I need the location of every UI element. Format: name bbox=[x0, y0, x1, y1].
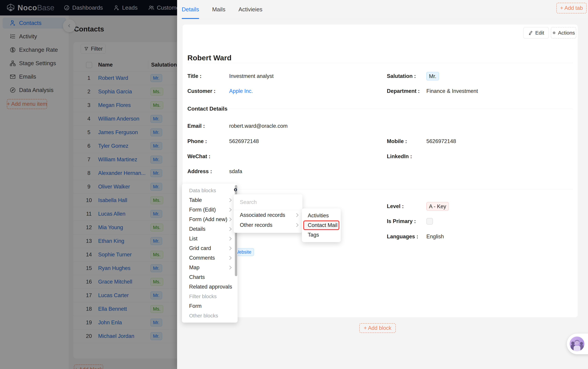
section-divider-contact-details bbox=[229, 109, 573, 109]
submenu-chevron-icon bbox=[228, 227, 232, 231]
submenu-chevron-icon bbox=[228, 246, 232, 250]
add-tab-button[interactable]: + Add tab bbox=[556, 3, 587, 13]
menu-item-label: Form bbox=[189, 303, 202, 309]
field-value[interactable]: Apple Inc. bbox=[229, 88, 253, 94]
add-block-menu-item[interactable]: Related approvals bbox=[182, 282, 238, 292]
field-label: Is Primary : bbox=[387, 218, 416, 224]
add-block-menu-item[interactable]: Form bbox=[182, 301, 238, 311]
submenu-item[interactable]: Other records bbox=[234, 220, 303, 230]
field-value[interactable] bbox=[426, 218, 433, 225]
submenu-chevron-icon bbox=[228, 217, 232, 221]
field-value: sdafa bbox=[229, 168, 242, 174]
record-option-label: Tags bbox=[308, 232, 319, 238]
field-value: robert.ward@oracle.com bbox=[229, 123, 288, 129]
submenu-chevron-icon bbox=[295, 223, 299, 227]
title-divider bbox=[187, 63, 573, 63]
gear-icon bbox=[552, 30, 556, 36]
menu-item-label: Other blocks bbox=[189, 313, 218, 319]
submenu-chevron-icon bbox=[228, 237, 232, 241]
drawer-tab[interactable]: Details bbox=[182, 0, 199, 19]
drawer-tab[interactable]: Mails bbox=[212, 0, 225, 19]
record-title: Robert Ward bbox=[187, 53, 231, 62]
field-label: Phone : bbox=[187, 138, 207, 144]
avatar-people-icon bbox=[570, 337, 584, 351]
record-option[interactable]: Activities bbox=[302, 211, 341, 220]
add-block-menu-item[interactable]: Details bbox=[182, 224, 238, 234]
assistant-avatar-widget[interactable] bbox=[567, 334, 588, 354]
menu-item-label: Related approvals bbox=[189, 284, 232, 290]
field-label: Address : bbox=[187, 168, 212, 174]
field-label: Customer : bbox=[187, 88, 216, 94]
menu-item-label: Charts bbox=[189, 274, 205, 280]
add-block-menu-item[interactable]: List bbox=[182, 234, 238, 244]
add-block-menu-item[interactable]: Form (Add new) bbox=[182, 215, 238, 224]
add-block-menu-item[interactable]: Comments bbox=[182, 253, 238, 263]
drawer-mask-overlay[interactable] bbox=[0, 0, 177, 369]
drawer-tab[interactable]: Activieies bbox=[238, 0, 262, 19]
field-label: Salutation : bbox=[387, 73, 416, 79]
add-block-menu-item[interactable]: Charts bbox=[182, 272, 238, 282]
add-block-menu-item[interactable]: Grid card bbox=[182, 244, 238, 253]
field-label: LinkedIn : bbox=[387, 153, 412, 160]
add-block-menu-item[interactable]: Other blocks bbox=[182, 311, 238, 320]
menu-item-label: List bbox=[189, 236, 197, 242]
menu-item-label: Table bbox=[189, 197, 202, 203]
actions-button-label: Actions bbox=[558, 30, 575, 36]
add-block-menu: Data blocks Table Form (Edit) Form (Add … bbox=[182, 184, 238, 323]
add-block-menu-item[interactable]: Table bbox=[182, 195, 238, 205]
add-block-menu-item[interactable]: Data blocks bbox=[182, 186, 238, 195]
field-value: Investment analyst bbox=[229, 73, 274, 79]
record-option-label: Activities bbox=[308, 213, 329, 219]
submenu-chevron-icon bbox=[228, 208, 232, 212]
edit-button-label: Edit bbox=[535, 30, 544, 36]
field-value: English bbox=[426, 234, 444, 240]
field-value: 5626972148 bbox=[426, 138, 456, 144]
submenu-chevron-icon bbox=[228, 198, 232, 202]
menu-item-label: Map bbox=[189, 265, 199, 271]
menu-item-label: Form (Add new) bbox=[189, 216, 227, 223]
menu-item-label: Form (Edit) bbox=[189, 207, 216, 213]
submenu-item[interactable]: Associated records bbox=[234, 210, 303, 220]
field-value: Finance & Investment bbox=[426, 88, 478, 94]
drawer-tab-bar: Details Mails Activieies + Add tab bbox=[177, 0, 588, 19]
submenu-item-label: Other records bbox=[240, 222, 273, 228]
field-label: WeChat : bbox=[187, 153, 211, 160]
pencil-icon bbox=[528, 30, 533, 35]
menu-item-label: Details bbox=[189, 226, 205, 232]
edit-button[interactable]: Edit bbox=[523, 27, 549, 39]
details-submenu: Search Associated records Other records bbox=[234, 194, 303, 233]
drawer-add-block-button[interactable]: + Add block bbox=[359, 323, 396, 333]
field-label: Department : bbox=[387, 88, 420, 94]
other-records-submenu: Activities Contact Mail Tags bbox=[302, 208, 341, 242]
actions-button[interactable]: Actions bbox=[551, 27, 576, 39]
field-label: Level : bbox=[387, 203, 404, 209]
nocobase-app: NocoBase Dashboards Leads Customers Co bbox=[0, 0, 588, 369]
drawer-tabs: Details Mails Activieies bbox=[182, 0, 262, 19]
menu-item-label: Grid card bbox=[189, 245, 211, 251]
drawer-tab-label: Details bbox=[182, 6, 199, 13]
drawer-tab-label: Activieies bbox=[238, 6, 262, 13]
submenu-chevron-icon bbox=[228, 256, 232, 260]
record-option-label: Contact Mail bbox=[308, 222, 337, 228]
details-submenu-items: Associated records Other records bbox=[234, 210, 303, 230]
menu-item-label: Comments bbox=[189, 255, 215, 261]
submenu-chevron-icon bbox=[228, 266, 232, 270]
add-block-menu-item[interactable]: Filter blocks bbox=[182, 292, 238, 301]
submenu-chevron-icon bbox=[295, 213, 299, 217]
section-heading-contact-details: Contact Details bbox=[187, 106, 227, 112]
submenu-item-label: Associated records bbox=[240, 212, 285, 218]
field-label: Email : bbox=[187, 123, 205, 129]
hidden-section-heading-fragment: o bbox=[234, 186, 237, 193]
submenu-search-input[interactable]: Search bbox=[234, 194, 303, 210]
menu-item-label: Data blocks bbox=[189, 188, 216, 194]
field-value: 5626972148 bbox=[229, 138, 259, 144]
record-option[interactable]: Contact Mail bbox=[303, 220, 339, 230]
field-label: Languages : bbox=[387, 234, 418, 240]
drawer-tab-label: Mails bbox=[212, 6, 225, 13]
field-value: A - Key bbox=[426, 202, 449, 211]
add-block-menu-item[interactable]: Map bbox=[182, 263, 238, 272]
menu-item-label: Filter blocks bbox=[189, 294, 217, 299]
field-label: Title : bbox=[187, 73, 202, 79]
add-block-menu-item[interactable]: Form (Edit) bbox=[182, 205, 238, 215]
record-option[interactable]: Tags bbox=[302, 230, 341, 240]
